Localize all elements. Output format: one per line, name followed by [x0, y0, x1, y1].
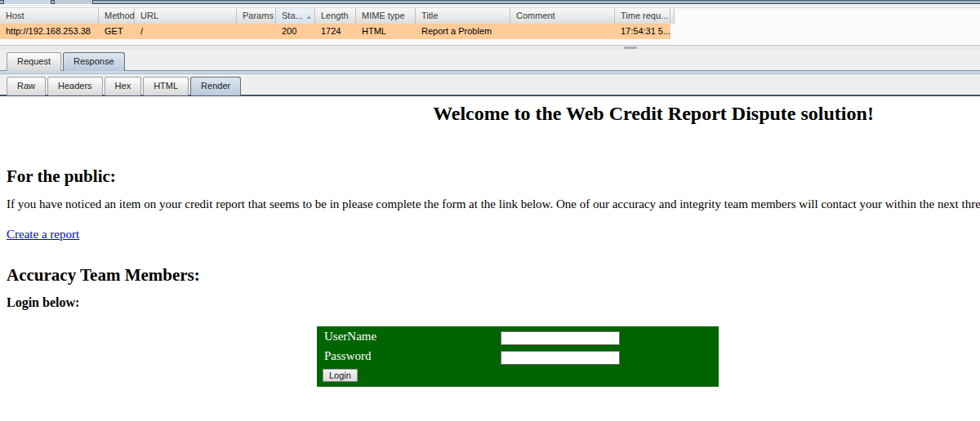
team-heading: Accuracy Team Members:	[7, 265, 200, 286]
column-header-label: Title	[421, 11, 438, 24]
history-cell-comment	[510, 24, 615, 39]
history-cell-length: 1724	[315, 24, 356, 39]
burp-suite-window: HostMethodURLParamsSta...▲LengthMIME typ…	[0, 0, 980, 421]
tab-response[interactable]: Response	[63, 52, 125, 71]
history-cell-params	[237, 24, 276, 39]
top-tab-partial-selected[interactable]	[3, 0, 51, 4]
column-header-url[interactable]: URL	[135, 8, 237, 24]
history-cell-title: Report a Problem	[416, 24, 510, 39]
tab-request[interactable]: Request	[7, 52, 61, 71]
history-header-row: HostMethodURLParamsSta...▲LengthMIME typ…	[0, 8, 980, 24]
tab-headers[interactable]: Headers	[47, 77, 103, 95]
top-tab-strip	[0, 0, 980, 6]
message-tabbar: RequestResponse	[0, 50, 980, 71]
tab-html[interactable]: HTML	[143, 77, 189, 95]
history-cell-status: 200	[276, 24, 315, 39]
column-header-title[interactable]: Title	[416, 8, 510, 24]
column-header-label: URL	[140, 11, 158, 24]
page-title: Welcome to the Web Credit Report Dispute…	[327, 103, 980, 125]
column-header-label: Sta...	[282, 11, 303, 24]
header-tail	[670, 8, 675, 24]
login-button[interactable]: Login	[323, 369, 358, 382]
login-heading: Login below:	[7, 295, 79, 310]
column-header-length[interactable]: Length	[315, 8, 356, 24]
login-panel: UserName Password Login	[317, 326, 719, 387]
password-input[interactable]	[501, 351, 620, 365]
tab-hex[interactable]: Hex	[105, 77, 142, 95]
splitter-handle-icon[interactable]	[624, 47, 637, 49]
sort-ascending-icon: ▲	[306, 11, 312, 24]
render-pane: Welcome to the Web Credit Report Dispute…	[0, 96, 980, 421]
column-header-label: Method	[105, 11, 135, 24]
history-cell-host: http://192.168.253.38	[0, 24, 99, 39]
column-header-method[interactable]: Method	[99, 8, 135, 24]
column-header-label: Time requ...	[621, 11, 668, 24]
http-history-table: HostMethodURLParamsSta...▲LengthMIME typ…	[0, 7, 980, 45]
tab-raw[interactable]: Raw	[7, 77, 46, 95]
column-header-status[interactable]: Sta...▲	[276, 8, 315, 24]
create-report-link[interactable]: Create a report	[7, 228, 79, 242]
column-header-mime-type[interactable]: MIME type	[356, 8, 416, 24]
username-input[interactable]	[501, 331, 620, 345]
public-paragraph: If you have noticed an item on your cred…	[7, 197, 980, 211]
history-cell-time-requested: 17:54:31 5...	[615, 24, 670, 39]
view-tabbar: RawHeadersHexHTMLRender	[0, 74, 980, 95]
tab-render[interactable]: Render	[190, 77, 241, 95]
column-header-comment[interactable]: Comment	[510, 8, 615, 24]
username-label: UserName	[324, 330, 376, 343]
column-header-host[interactable]: Host	[0, 8, 99, 24]
column-header-label: MIME type	[362, 11, 405, 24]
column-header-label: Params	[243, 11, 274, 24]
history-cell-url: /	[135, 24, 237, 39]
public-heading: For the public:	[7, 166, 116, 187]
top-tab-partial[interactable]	[54, 0, 93, 4]
history-row[interactable]: http://192.168.253.38GET/2001724HTMLRepo…	[0, 24, 980, 39]
history-cell-method: GET	[99, 24, 135, 39]
column-header-label: Host	[6, 11, 24, 24]
column-header-label: Length	[321, 11, 349, 24]
column-header-params[interactable]: Params	[237, 8, 276, 24]
column-header-label: Comment	[516, 11, 555, 24]
password-label: Password	[324, 349, 372, 363]
column-header-time-requested[interactable]: Time requ...	[615, 8, 670, 24]
history-cell-mime-type: HTML	[356, 24, 416, 39]
